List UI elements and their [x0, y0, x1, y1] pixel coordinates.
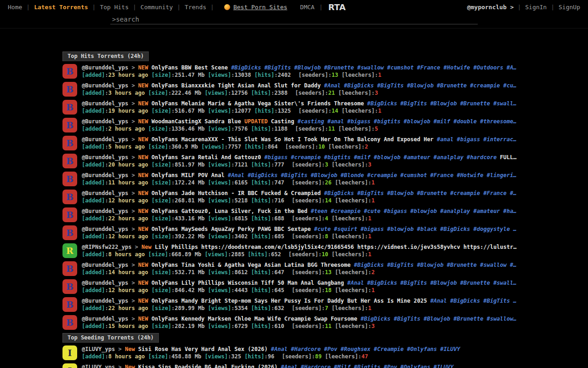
new-badge: New	[125, 364, 138, 368]
torrent-title[interactable]: OnlyFans Bianxxxkie Tight Asian Anal Slu…	[152, 82, 324, 89]
uploader-link[interactable]: @Burunddel_yps	[82, 154, 128, 161]
uploader-link[interactable]: @Burunddel_yps	[82, 172, 128, 178]
user-avatar-icon[interactable]: I	[62, 345, 77, 360]
stat-colon: :	[325, 126, 328, 132]
rta-logo[interactable]: RTA	[328, 2, 345, 12]
nav-item-trends[interactable]: Trends	[181, 4, 210, 11]
uploader-link[interactable]: @Burunddel_yps	[82, 100, 128, 107]
uploader-link[interactable]: @Burunddel_yps	[82, 136, 128, 143]
uploader-link[interactable]: @Burunddel_yps	[82, 316, 128, 322]
torrent-title[interactable]: Kissa Sins Roadside BG Anal Fucking (202…	[138, 364, 281, 368]
hashtag-links[interactable]: #BigDicks #BigTits #Blowjob #Brunette #s…	[231, 64, 516, 71]
uploader-link[interactable]: @Burunddel_yps	[82, 82, 128, 89]
nav-item-top-hits[interactable]: Top Hits	[96, 4, 133, 11]
torrent-title[interactable]: Onlyfans MaySeeds AquaZay Perky PAWG BBC…	[152, 226, 314, 232]
uploader-link[interactable]: @Burunddel_yps	[82, 118, 128, 125]
torrent-title[interactable]: FULL…	[500, 154, 516, 161]
hashtag-links[interactable]: #Anal #Hardcore #Milf #Bigtits #Pov #Onl…	[281, 364, 454, 368]
hashtag-links[interactable]: #cute #squirt #bigass #blowjob #black #B…	[314, 226, 517, 232]
stat-colon: :	[105, 323, 108, 329]
torrent-title[interactable]: OnlyFans Kennedy Marksen Chloe Mae Wife …	[152, 316, 361, 322]
hashtag-links[interactable]: #BigDicks #BigTits #Blowjob #Brunette #s…	[354, 262, 516, 268]
hashtag-links[interactable]: #teen #creampie #cute #bigass #blowjob #…	[311, 208, 517, 214]
uploader-link[interactable]: @ILUVY_yps	[82, 346, 115, 352]
stat-hits-label: [hits]	[251, 126, 271, 132]
torrent-title[interactable]: OnlyFans Mandy Bright Step-mom Says Her …	[152, 298, 430, 304]
stat-size-label: [size]	[152, 72, 171, 78]
uploader-link[interactable]: @RIPNsfw222_yps	[82, 244, 131, 250]
stat-views-value: 5218	[234, 197, 248, 204]
hashtag-links[interactable]: #Anal #BigDicks #BigTits …	[430, 298, 517, 304]
nav-item-community[interactable]: Community	[136, 4, 177, 11]
chevron-separator: >	[128, 262, 138, 268]
torrent-title[interactable]: Lily Phillips https://doodstream.com/e/l…	[155, 244, 516, 250]
hashtag-links[interactable]: #bigass #creampie #bigtits #milf #blowjo…	[264, 154, 500, 161]
nav-item-latest-torrents[interactable]: Latest Torrents	[30, 4, 92, 11]
user-avatar-icon[interactable]: R	[62, 243, 77, 258]
torrent-title[interactable]: WoodmanCastingX Sandra Blue	[152, 118, 244, 125]
user-avatar-icon[interactable]: B	[62, 207, 77, 222]
hashtag-links[interactable]: #casting #anal #bigass #bigtits #blowjob…	[298, 118, 517, 125]
best-porn-sites-link[interactable]: Best Porn Sites	[224, 4, 287, 11]
hashtag-links[interactable]: #Anal #BigDicks #BigTits #Blowjob #Blond…	[228, 172, 517, 178]
stat-size-label: [size]	[152, 233, 171, 240]
user-avatar-icon[interactable]: B	[62, 64, 77, 79]
user-avatar-icon[interactable]: B	[62, 100, 77, 115]
torrent-title[interactable]: OnlyFans BBW Best Scene	[152, 64, 231, 71]
user-avatar-icon[interactable]: B	[62, 225, 77, 240]
user-avatar-icon[interactable]: B	[62, 154, 77, 168]
user-avatar-icon[interactable]: I	[62, 363, 77, 368]
user-avatar-icon[interactable]: B	[62, 118, 77, 132]
uploader-link[interactable]: @Burunddel_yps	[82, 226, 128, 232]
torrent-title-line: @Burunddel_yps > NEW OnlyFans Kennedy Ma…	[82, 315, 531, 322]
torrent-title[interactable]: OnlyFans Jade Hutchison - IR BBC Fucked …	[152, 190, 324, 196]
hashtag-links[interactable]: #Anal #Hardcore #Pov #Roughsex #Creampie…	[271, 346, 460, 352]
torrent-title[interactable]: OnlyFans Melanie Marie & Agatha Vega Sis…	[152, 100, 368, 107]
torrent-row-text: @Burunddel_yps > NEW OnlyFans Gattouz0, …	[82, 207, 531, 222]
hashtag-links[interactable]: #BigDicks #BigTits #Blowjob #Brunette #s…	[361, 316, 517, 322]
hashtag-links[interactable]: #BigDicks #BigTits #Blowjob #Brunette #s…	[367, 100, 516, 107]
torrent-row: B@Burunddel_yps > NEW OnlyFans Tina Yosh…	[62, 261, 531, 276]
torrent-list: B@Burunddel_yps > NEW OnlyFans BBW Best …	[62, 64, 531, 330]
user-avatar-icon[interactable]: B	[62, 315, 77, 330]
user-avatar-icon[interactable]: B	[62, 297, 77, 312]
hashtag-links[interactable]: #Anal #BigDicks #BigTits #Blowjob #Brune…	[324, 82, 516, 89]
user-avatar-icon[interactable]: B	[62, 172, 77, 186]
uploader-link[interactable]: @Burunddel_yps	[82, 190, 128, 196]
signin-link[interactable]: SignIn	[521, 4, 551, 11]
stat-leechers-label: [leechers]	[335, 269, 368, 276]
signup-link[interactable]: SignUp	[554, 4, 584, 11]
user-avatar-icon[interactable]: B	[62, 82, 77, 97]
hashtag-links[interactable]: #BigDicks #BigTits #Blowjob #Brunette #c…	[324, 190, 516, 196]
stat-colon: :	[375, 108, 378, 114]
torrent-title[interactable]: OnlyFans Tina Yoshi & Agatha Vega Asian …	[152, 262, 354, 268]
uploader-link[interactable]: @Burunddel_yps	[82, 64, 128, 71]
account-link[interactable]: @mypornclub >	[464, 4, 518, 11]
stat-views-label: [views]	[208, 108, 232, 114]
uploader-link[interactable]: @Burunddel_yps	[82, 298, 128, 304]
uploader-link[interactable]: @ILUVY_yps	[82, 364, 115, 368]
torrent-title[interactable]: OnlyFans Gattouz0, Luna Silver, Fuck in …	[152, 208, 311, 214]
torrent-title[interactable]: Onlyfans MILF POV Anal	[152, 172, 228, 178]
search-input[interactable]	[110, 15, 478, 24]
dmca-link[interactable]: DMCA	[300, 4, 314, 11]
uploader-link[interactable]: @Burunddel_yps	[82, 262, 128, 268]
torrent-title[interactable]: Casting	[271, 118, 298, 125]
nav-item-home[interactable]: Home	[4, 4, 26, 11]
hashtag-links[interactable]: #anal #bigass #interrac…	[437, 136, 516, 143]
stat-added-value: 12 hours ago	[108, 287, 148, 293]
uploader-link[interactable]: @Burunddel_yps	[82, 280, 128, 286]
torrent-title[interactable]: OnlyFans Lily Phillips Wisconsin Tiff 50…	[152, 280, 347, 286]
user-avatar-icon[interactable]: B	[62, 279, 77, 294]
user-avatar-icon[interactable]: B	[62, 261, 77, 276]
torrent-title[interactable]: Onlyfans Sara Retali And Gattouz0	[152, 154, 265, 161]
torrent-title[interactable]: Sisi Rose Has Very Hard Anal Sex (2026)	[138, 346, 271, 352]
torrent-title[interactable]: OnlyFans MacarenaXXX - This Slut Was So …	[152, 136, 437, 143]
user-avatar-icon[interactable]: B	[62, 136, 77, 150]
uploader-link[interactable]: @Burunddel_yps	[82, 208, 128, 214]
torrent-stats-line: [added]:22 hours ago [size]:289.99 Mb [v…	[82, 305, 531, 312]
hashtag-links[interactable]: #Anal #BigDicks #BigTits #Blowjob #Brune…	[347, 280, 516, 286]
stat-hits-label: [hits]	[244, 144, 264, 150]
user-avatar-icon[interactable]: B	[62, 190, 77, 204]
stat-hits-label: [hits]	[251, 287, 271, 293]
